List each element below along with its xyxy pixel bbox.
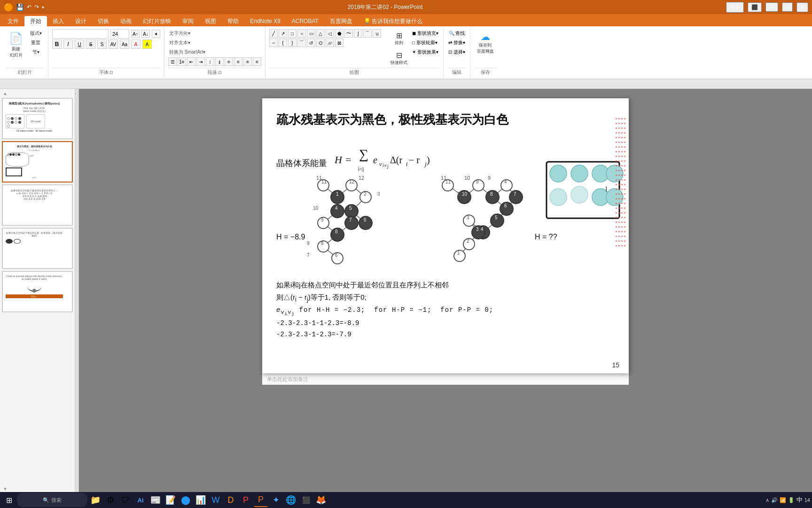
line-spacing-button[interactable]: ↕ bbox=[206, 57, 214, 66]
shape-more[interactable]: ▭ bbox=[307, 29, 315, 38]
tab-help[interactable]: 帮助 bbox=[222, 16, 244, 26]
new-slide-button[interactable]: 📄 新建 幻灯片 bbox=[6, 29, 26, 60]
login-button[interactable]: 登录 bbox=[726, 2, 744, 13]
tab-file[interactable]: 文件 bbox=[2, 16, 24, 26]
taskbar-ai[interactable]: Ai bbox=[133, 493, 148, 507]
tray-chinese-input[interactable]: 中 bbox=[796, 496, 803, 504]
taskbar-app3[interactable]: 🌐 bbox=[284, 493, 298, 507]
columns-button[interactable]: ⫿ bbox=[215, 57, 224, 66]
slide-thumb-3[interactable]: 如果在格点空间处于最近邻位置且在序列上... e for H-H = -2.3;… bbox=[2, 184, 73, 226]
tab-acrobat[interactable]: ACROBAT bbox=[286, 16, 324, 26]
taskbar-word[interactable]: W bbox=[209, 493, 223, 507]
taskbar-excel[interactable]: 📊 bbox=[194, 493, 208, 507]
underline-button[interactable]: U bbox=[75, 40, 84, 49]
taskbar-search[interactable]: 🔍 搜索 bbox=[17, 493, 87, 507]
shape-7[interactable]: ⌒ bbox=[297, 39, 306, 47]
scroll-up-button[interactable]: ▲ bbox=[2, 91, 8, 96]
shape-9[interactable]: ⌬ bbox=[316, 39, 325, 47]
font-name-input[interactable] bbox=[52, 29, 109, 39]
decrease-indent-button[interactable]: ⇤ bbox=[187, 57, 195, 66]
minimize-button[interactable]: — bbox=[765, 2, 778, 12]
tab-insert[interactable]: 插入 bbox=[47, 16, 70, 26]
taskbar-powerpoint-active[interactable]: P bbox=[254, 493, 268, 507]
taskbar-file-explorer[interactable]: 📁 bbox=[88, 493, 102, 507]
select-button[interactable]: ⊡ 选择▾ bbox=[447, 48, 466, 56]
taskbar-news[interactable]: 📰 bbox=[148, 493, 163, 507]
shape-fill-button[interactable]: ◼ 形状填充▾ bbox=[411, 29, 439, 38]
shape-5[interactable]: { bbox=[279, 39, 287, 47]
taskbar-dict[interactable]: D bbox=[224, 493, 238, 507]
align-center-button[interactable]: ≡ bbox=[234, 57, 242, 66]
replace-button[interactable]: ⇄ 替换▾ bbox=[447, 39, 466, 47]
shape-curve[interactable]: ∫ bbox=[354, 29, 362, 38]
canvas-area[interactable]: 疏水残基表示为黑色，极性残基表示为白色 晶格体系能量 H = ∑ i<j e v… bbox=[79, 89, 812, 493]
shape-6[interactable]: } bbox=[288, 39, 297, 47]
clear-format-button[interactable]: ✦ bbox=[152, 30, 160, 38]
comment-bar[interactable]: 单击此处添加备注 bbox=[262, 373, 629, 385]
shape-wave[interactable]: 〜 bbox=[344, 29, 353, 38]
taskbar-start[interactable]: ⊞ bbox=[2, 493, 16, 507]
reset-button[interactable]: 重置 bbox=[27, 39, 44, 47]
highlight-button[interactable]: A bbox=[142, 40, 152, 49]
shape-callout[interactable]: ⬟ bbox=[335, 29, 344, 38]
tab-endnote[interactable]: EndNote X9 bbox=[244, 16, 286, 26]
align-left-button[interactable]: ≡ bbox=[225, 57, 233, 66]
shape-11[interactable]: ⊠ bbox=[335, 39, 344, 47]
tray-speaker[interactable]: 🔊 bbox=[771, 497, 778, 503]
shadow-button[interactable]: S bbox=[97, 40, 107, 49]
numbering-button[interactable]: 1≡ bbox=[178, 57, 186, 66]
font-size-input[interactable] bbox=[110, 29, 129, 39]
taskbar-app5[interactable]: 🦊 bbox=[314, 493, 328, 507]
tray-network[interactable]: 📶 bbox=[780, 497, 786, 503]
font-size-increase[interactable]: A↑ bbox=[131, 30, 140, 38]
tab-slideshow[interactable]: 幻灯片放映 bbox=[137, 16, 177, 26]
shape-rtri[interactable]: ◁ bbox=[326, 29, 334, 38]
quick-redo[interactable]: ↷ bbox=[34, 4, 39, 10]
shape-arrow[interactable]: ↗ bbox=[279, 29, 287, 38]
increase-indent-button[interactable]: ⇥ bbox=[196, 57, 205, 66]
tab-search[interactable]: 💡告诉我你想要做什么 bbox=[358, 16, 428, 26]
shape-rect[interactable]: □ bbox=[288, 29, 297, 38]
slide-thumb-2[interactable]: 疏示为黑色，极性残基表示为白色 H = Σe Δ(r-r) H?? bbox=[2, 141, 73, 183]
shape-outline-button[interactable]: □ 形状轮廓▾ bbox=[411, 39, 439, 47]
taskbar-browser[interactable]: ⬤ bbox=[179, 493, 193, 507]
quick-undo[interactable]: ↶ bbox=[27, 4, 31, 10]
align-right-button[interactable]: ≡ bbox=[243, 57, 252, 66]
bold-button[interactable]: B bbox=[52, 40, 62, 49]
slide-thumb-1[interactable]: 格模型-[疏水(hydrophobic)-极性(polar)] Prof. Ke… bbox=[2, 98, 73, 139]
sort-button[interactable]: ⊞ 排列 bbox=[388, 29, 410, 48]
taskbar-shield[interactable]: 🛡 bbox=[118, 493, 133, 507]
shape-4[interactable]: ⌣ bbox=[269, 39, 278, 47]
shape-effect-button[interactable]: ✦ 形状效果▾ bbox=[411, 48, 439, 56]
quick-styles-button[interactable]: ⊟ 快速样式 bbox=[388, 49, 410, 68]
tab-animations[interactable]: 动画 bbox=[115, 16, 137, 26]
shape-3[interactable]: ∪ bbox=[373, 29, 381, 38]
tab-transitions[interactable]: 切换 bbox=[92, 16, 115, 26]
shape-line[interactable]: ╱ bbox=[269, 29, 278, 38]
taskbar-app4[interactable]: ⬛ bbox=[299, 493, 313, 507]
font-size-decrease[interactable]: A↓ bbox=[141, 30, 150, 38]
share-button[interactable]: ⬛ bbox=[748, 2, 762, 12]
shape-triangle[interactable]: △ bbox=[316, 29, 325, 38]
tray-battery[interactable]: 🔋 bbox=[788, 497, 795, 503]
save-baidu-button[interactable]: ☁ 保存到 百度网盘 bbox=[474, 29, 497, 56]
tab-design[interactable]: 设计 bbox=[70, 16, 92, 26]
char-spacing-button[interactable]: AV bbox=[109, 40, 118, 49]
panel-resize-handle[interactable] bbox=[75, 89, 79, 493]
taskbar-notepad[interactable]: 📝 bbox=[164, 493, 178, 507]
find-button[interactable]: 🔍 查找 bbox=[448, 29, 466, 38]
section-button[interactable]: 节▾ bbox=[27, 48, 44, 56]
slide-body-text[interactable]: 如果i和j在格点空间中处于最近邻位置且在序列上不相邻 则△(ri − rj)等于… bbox=[276, 279, 615, 341]
layout-button[interactable]: 版式▾ bbox=[27, 29, 44, 38]
taskbar-pdf[interactable]: P bbox=[239, 493, 253, 507]
close-button[interactable]: ✕ bbox=[796, 2, 808, 12]
strikethrough-button[interactable]: S bbox=[86, 40, 95, 49]
slide-thumb-5[interactable]: A ball on a funnel always rolls directly… bbox=[2, 271, 73, 312]
text-direction-button[interactable]: 文字方向▾ bbox=[168, 29, 191, 38]
tab-review[interactable]: 审阅 bbox=[177, 16, 199, 26]
tab-view[interactable]: 视图 bbox=[199, 16, 222, 26]
bullets-button[interactable]: ☰ bbox=[168, 57, 177, 66]
font-color-button[interactable]: A bbox=[131, 40, 141, 49]
slide-thumb-4[interactable]: 如果在格点空间处于最近邻位置...各类残基...(疏水残基最多) bbox=[2, 228, 73, 269]
taskbar-app2[interactable]: ✦ bbox=[269, 493, 283, 507]
